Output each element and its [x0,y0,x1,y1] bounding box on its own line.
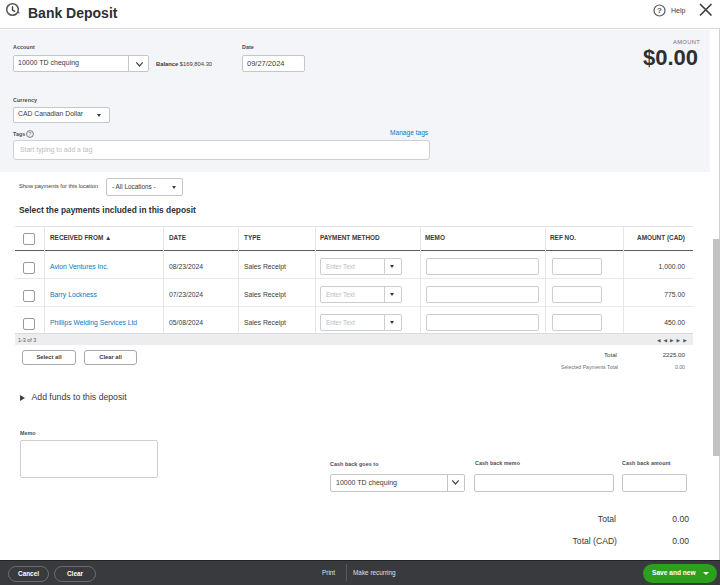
svg-text:?: ? [29,131,32,137]
svg-text:?: ? [657,6,662,15]
